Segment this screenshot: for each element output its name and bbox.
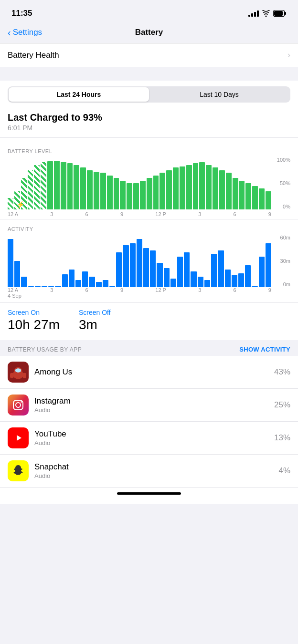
battery-bar — [41, 162, 46, 209]
battery-level-chart-section: BATTERY LEVEL 100% 50% 0% 12 A36912 P369… — [0, 144, 298, 219]
app-row[interactable]: SnapchatAudio4% — [0, 455, 298, 488]
app-name: YouTube — [34, 429, 274, 439]
screen-off-label: Screen Off — [79, 309, 111, 316]
activity-bar — [266, 243, 271, 287]
screen-on-label: Screen On — [8, 309, 60, 316]
activity-bar — [232, 275, 237, 287]
activity-bar — [225, 270, 231, 287]
activity-bars — [8, 235, 271, 287]
activity-x-label: 3 — [198, 287, 201, 293]
y-label-0: 0% — [283, 204, 290, 209]
battery-bar — [127, 183, 132, 209]
show-activity-button[interactable]: SHOW ACTIVITY — [239, 346, 290, 353]
app-info: YouTubeAudio — [34, 429, 274, 447]
activity-bar — [130, 243, 136, 287]
app-percent: 4% — [278, 466, 290, 476]
app-row[interactable]: Among Us43% — [0, 356, 298, 389]
battery-bar — [252, 186, 258, 210]
activity-label: ACTIVITY — [8, 226, 290, 232]
activity-bar — [184, 252, 190, 287]
activity-y-0: 0m — [283, 281, 290, 287]
activity-x-label: 9 — [120, 287, 123, 293]
app-row[interactable]: YouTubeAudio13% — [0, 422, 298, 455]
activity-x-label: 3 — [50, 287, 53, 293]
status-bar: 11:35 — [0, 0, 298, 24]
battery-main-section: Last 24 Hours Last 10 Days Last Charged … — [0, 81, 298, 340]
activity-bar — [116, 252, 122, 287]
charge-time: 6:01 PM — [8, 124, 290, 132]
activity-x-label: 9 — [268, 287, 271, 293]
back-button[interactable]: ‹ Settings — [8, 28, 42, 37]
battery-x-label: 3 — [50, 211, 53, 217]
activity-bar — [8, 239, 13, 287]
activity-bar — [69, 270, 74, 287]
battery-bar — [213, 167, 218, 209]
app-info: InstagramAudio — [34, 396, 274, 414]
svg-point-8 — [15, 368, 21, 373]
battery-bar — [259, 188, 265, 209]
app-icon-instagram — [8, 395, 29, 415]
battery-bar — [186, 165, 192, 210]
battery-health-section: Battery Health › — [0, 43, 298, 67]
screen-stats: Screen On 10h 27m Screen Off 3m — [0, 302, 298, 340]
app-icon-snapchat — [8, 460, 29, 481]
battery-bar — [87, 170, 93, 210]
app-percent: 13% — [274, 433, 290, 443]
battery-bar — [114, 178, 119, 209]
svg-rect-9 — [10, 373, 14, 378]
app-icon-youtube — [8, 427, 29, 448]
activity-bar — [170, 279, 176, 287]
battery-bar — [67, 163, 73, 209]
activity-x-label: 6 — [85, 287, 88, 293]
activity-bar — [89, 277, 95, 287]
activity-bar — [157, 263, 162, 287]
battery-x-axis: 12 A36912 P369 — [8, 209, 271, 219]
battery-bar — [107, 176, 113, 210]
activity-bar — [62, 274, 68, 288]
app-name: Instagram — [34, 396, 274, 406]
battery-x-label: 12 A — [8, 211, 18, 217]
battery-bars — [8, 157, 271, 209]
home-bar — [117, 492, 181, 495]
activity-chart-section: ACTIVITY 60m 30m 0m 12 A36912 P369 4 Sep — [0, 219, 298, 299]
activity-bar — [143, 248, 149, 288]
status-time: 11:35 — [11, 9, 32, 18]
battery-bar — [199, 162, 205, 209]
activity-bar — [259, 257, 265, 287]
home-indicator-area — [0, 488, 298, 504]
battery-bar — [233, 178, 238, 209]
activity-x-label: 12 A — [8, 287, 18, 293]
segment-10d[interactable]: Last 10 Days — [149, 87, 289, 102]
app-info: Among Us — [34, 367, 274, 377]
activity-bar — [198, 277, 203, 287]
battery-bar — [147, 178, 152, 209]
activity-bar — [211, 254, 217, 287]
segment-section: Last 24 Hours Last 10 Days — [0, 81, 298, 103]
activity-x-axis: 12 A36912 P369 — [8, 287, 271, 297]
battery-bar — [8, 198, 13, 209]
battery-x-label: 3 — [198, 211, 201, 217]
battery-bar — [193, 163, 199, 209]
battery-bar — [80, 167, 86, 209]
activity-bar — [218, 250, 224, 287]
activity-y-labels: 60m 30m 0m — [280, 235, 290, 287]
activity-bar — [96, 282, 102, 287]
svg-point-13 — [21, 401, 22, 403]
activity-chart: 60m 30m 0m 12 A36912 P369 — [8, 235, 290, 297]
page-title: Battery — [135, 28, 163, 37]
battery-bar — [47, 161, 53, 209]
app-name: Among Us — [34, 367, 274, 377]
chevron-left-icon: ‹ — [8, 28, 11, 37]
segment-24h[interactable]: Last 24 Hours — [9, 87, 149, 102]
app-subtitle: Audio — [34, 406, 274, 414]
lightning-icon: ⚡ — [16, 201, 24, 208]
battery-health-row[interactable]: Battery Health › — [0, 43, 298, 67]
battery-bar — [245, 183, 251, 209]
battery-bar — [160, 173, 165, 209]
screen-on-stat: Screen On 10h 27m — [8, 309, 60, 332]
activity-x-label: 12 P — [155, 287, 166, 293]
activity-bar — [123, 245, 128, 287]
app-row[interactable]: InstagramAudio25% — [0, 389, 298, 422]
nav-bar: ‹ Settings Battery — [0, 24, 298, 43]
segment-control: Last 24 Hours Last 10 Days — [8, 86, 290, 103]
